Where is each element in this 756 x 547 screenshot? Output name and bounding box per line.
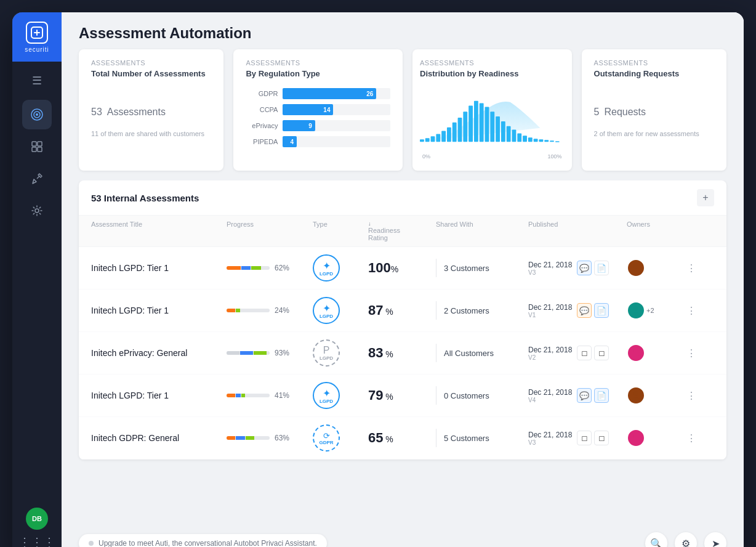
col-owners: Owners (627, 221, 676, 241)
chat-icon[interactable]: 💬 (577, 261, 592, 275)
file-icon[interactable]: □ (594, 346, 609, 360)
filter-button[interactable]: ⚙ (675, 532, 697, 547)
main-header: Assessment Automation (62, 12, 744, 49)
svg-rect-17 (463, 111, 467, 142)
file-icon[interactable]: 📄 (594, 388, 609, 403)
row-title: Initech LGPD: Tier 1 (91, 306, 227, 315)
type-cell: ✦ LGPD (313, 254, 368, 282)
shared-cell: 0 Customers (436, 386, 528, 405)
row-menu[interactable]: ⋮ (676, 432, 707, 444)
file-icon[interactable]: 📄 (594, 261, 609, 275)
svg-rect-5 (38, 142, 42, 146)
owner-avatar (627, 259, 645, 277)
published-cell: Dec 21, 2018 V3 💬 📄 (528, 261, 627, 276)
svg-point-3 (36, 113, 38, 116)
stats-row: Assessments Total Number of Assessments … (62, 49, 744, 180)
stat-reg-label: Assessments (246, 59, 390, 67)
sidebar: securiti ☰ (12, 12, 62, 547)
row-title: Initech LGPD: Tier 1 (91, 263, 227, 273)
bar-row-eprivacy: ePrivacy 9 (246, 120, 390, 131)
owner-avatar (627, 301, 645, 320)
sidebar-bottom: DB ⋮⋮⋮ (18, 508, 55, 547)
file-icon[interactable]: □ (594, 431, 609, 445)
svg-rect-14 (447, 128, 451, 142)
svg-point-36 (632, 270, 640, 274)
svg-rect-31 (539, 139, 544, 142)
sidebar-item-tools[interactable] (22, 164, 52, 193)
col-type: Type (313, 221, 368, 241)
chat-icon[interactable]: □ (577, 346, 592, 360)
table-title: 53 Internal Assessments (91, 193, 199, 203)
stat-card-regulation: Assessments By Regulation Type GDPR 26 C… (233, 49, 403, 171)
owners-cell (627, 386, 676, 405)
col-progress: Progress (227, 221, 313, 241)
sidebar-nav (22, 100, 52, 508)
svg-point-38 (632, 312, 640, 317)
owners-cell: +2 (627, 301, 676, 320)
svg-point-40 (632, 355, 640, 359)
owners-cell (627, 429, 676, 447)
bar-row-pipeda: PIPEDA 4 (246, 136, 390, 147)
search-button[interactable]: 🔍 (645, 532, 667, 547)
row-menu[interactable]: ⋮ (676, 305, 707, 317)
svg-rect-12 (436, 134, 440, 142)
user-avatar[interactable]: DB (26, 508, 48, 530)
sidebar-item-settings[interactable] (22, 196, 52, 225)
row-menu[interactable]: ⋮ (676, 390, 707, 402)
table-row: Initech GDPR: General 63% (79, 417, 726, 460)
chat-icon[interactable]: 💬 (577, 303, 592, 318)
row-menu[interactable]: ⋮ (676, 262, 707, 274)
svg-rect-26 (512, 130, 517, 142)
chat-icon[interactable]: □ (577, 431, 592, 445)
type-cell: ✦ LGPD (313, 382, 368, 409)
logo[interactable]: securiti (12, 12, 62, 62)
svg-rect-11 (431, 136, 435, 142)
chat-icon[interactable]: 💬 (577, 388, 592, 403)
owners-cell (627, 259, 676, 277)
owner-avatar (627, 386, 645, 405)
stat-total-title: Total Number of Assessments (91, 69, 211, 78)
published-cell: Dec 21, 2018 V1 💬 📄 (528, 303, 627, 318)
col-shared: Shared With (436, 221, 528, 241)
table-section: 53 Internal Assessments + Assessment Tit… (62, 180, 744, 527)
menu-toggle[interactable]: ☰ (12, 67, 62, 95)
bottom-bar: Upgrade to meet Auti, the conversational… (62, 527, 744, 547)
row-menu[interactable]: ⋮ (676, 347, 707, 359)
readiness-cell: 65 % (368, 430, 436, 446)
published-cell: Dec 21, 2018 V3 □ □ (528, 431, 627, 446)
table-row: Initech LGPD: Tier 1 41% (79, 375, 726, 417)
sidebar-item-radar[interactable] (22, 100, 52, 129)
add-button[interactable]: + (697, 189, 714, 206)
svg-point-44 (632, 440, 640, 444)
bottom-actions: 🔍 ⚙ ➤ (645, 532, 726, 547)
table-row: Initech LGPD: Tier 1 24% ✦ (79, 290, 726, 332)
chat-text: Upgrade to meet Auti, the conversational… (99, 539, 317, 547)
shared-cell: 5 Customers (436, 429, 528, 447)
published-cell: Dec 21, 2018 V2 □ □ (528, 346, 627, 361)
column-headers: Assessment Title Progress Type ↓ Readine… (79, 216, 726, 247)
table-row: Initech LGPD: Tier 1 62% (79, 247, 726, 290)
owner-avatar (627, 344, 645, 362)
bar-row-ccpa: CCPA 14 (246, 104, 390, 115)
col-actions (676, 221, 707, 241)
page-title: Assessment Automation (79, 25, 726, 42)
apps-icon[interactable]: ⋮⋮⋮ (18, 535, 55, 547)
file-icon[interactable]: 📄 (594, 303, 609, 318)
chat-bubble[interactable]: Upgrade to meet Auti, the conversational… (79, 534, 327, 547)
svg-rect-6 (32, 147, 36, 152)
owners-cell (627, 344, 676, 362)
svg-rect-33 (550, 140, 554, 142)
stat-reg-title: By Regulation Type (246, 69, 390, 78)
export-button[interactable]: ➤ (704, 532, 726, 547)
stat-out-label: Assessments (594, 59, 714, 67)
svg-rect-9 (420, 139, 424, 142)
svg-rect-23 (496, 116, 500, 142)
svg-point-43 (633, 434, 638, 439)
sidebar-item-grid[interactable] (22, 132, 52, 161)
assessments-table: 53 Internal Assessments + Assessment Tit… (79, 180, 726, 460)
type-cell: P LGPD (313, 339, 368, 367)
owner-avatar (627, 429, 645, 447)
bar-chart: GDPR 26 CCPA 14 (246, 88, 390, 147)
progress-cell: 63% (227, 434, 313, 442)
progress-cell: 93% (227, 349, 313, 357)
